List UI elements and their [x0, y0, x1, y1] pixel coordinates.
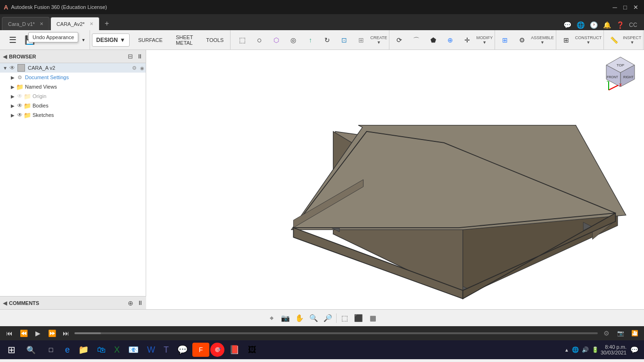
tab-comment-icon[interactable]: 💬: [562, 20, 572, 30]
tools-menu[interactable]: TOOLS: [201, 36, 228, 44]
tree-bodies-eye-icon[interactable]: 👁: [16, 102, 24, 109]
hamburger-menu-button[interactable]: ☰: [5, 32, 21, 48]
tree-named-views[interactable]: ▶ 📁 Named Views: [0, 82, 146, 91]
comments-back-icon[interactable]: ◀: [3, 300, 7, 306]
windows-start-button[interactable]: ⊞: [2, 341, 21, 358]
sheet-metal-menu[interactable]: SHEET METAL: [171, 33, 198, 47]
anim-camera1-button[interactable]: 📷: [615, 328, 626, 339]
taskbar-acrobat-app[interactable]: 📕: [225, 341, 243, 358]
redo-dropdown-button[interactable]: ▼: [80, 32, 87, 48]
tree-root-eye-icon[interactable]: 👁: [8, 64, 16, 72]
new-tab-button[interactable]: +: [100, 17, 114, 30]
tree-root-gear-icon[interactable]: ⚙: [131, 64, 138, 72]
modify-chamfer-button[interactable]: ⬟: [425, 32, 441, 48]
close-button[interactable]: ✕: [631, 2, 640, 12]
viewport-camera-button[interactable]: 📷: [280, 312, 292, 324]
anim-to-start-button[interactable]: ⏮: [4, 328, 15, 339]
tab-history-icon[interactable]: 🕐: [588, 20, 599, 30]
anim-camera2-button[interactable]: 🎦: [629, 328, 640, 339]
create-more-button[interactable]: ⊡: [336, 32, 352, 48]
assemble-new-comp-button[interactable]: ⊞: [497, 32, 513, 48]
animation-timeline[interactable]: [74, 332, 598, 334]
construct-dropdown-icon[interactable]: ▼: [586, 40, 591, 45]
tree-sketches-eye-icon[interactable]: 👁: [16, 111, 24, 119]
tree-sketches[interactable]: ▶ 👁 📁 Sketches: [0, 110, 146, 120]
create-extrude-button[interactable]: ↑: [302, 32, 318, 48]
inspect-dropdown-icon[interactable]: ▼: [630, 40, 634, 45]
systray-network-icon[interactable]: 🌐: [572, 346, 579, 353]
maximize-button[interactable]: □: [620, 2, 630, 12]
anim-prev-button[interactable]: ⏪: [18, 328, 29, 339]
create-loft-button[interactable]: ⊞: [353, 32, 369, 48]
animation-settings-button[interactable]: ⚙: [601, 328, 612, 339]
tab-cara-av2[interactable]: CARA_Av2* ✕: [50, 17, 99, 30]
viewport-display3-button[interactable]: ▦: [367, 312, 379, 324]
tree-doc-settings[interactable]: ▶ ⚙ Document Settings: [0, 73, 146, 82]
create-dropdown-icon[interactable]: ▼: [377, 40, 381, 45]
surface-menu[interactable]: SURFACE: [133, 36, 167, 44]
taskbar-fusion2-app[interactable]: 🎯: [210, 343, 224, 357]
browser-collapse-icon[interactable]: ⊟: [128, 53, 133, 60]
modify-move-button[interactable]: ✛: [459, 32, 475, 48]
assemble-dropdown-icon[interactable]: ▼: [540, 40, 545, 45]
view-cube[interactable]: TOP RIGHT FRONT X Z: [602, 55, 639, 92]
taskbar-fusion-app[interactable]: F: [192, 343, 209, 357]
taskbar-word-app[interactable]: W: [143, 341, 159, 358]
taskbar-photos-app[interactable]: 🖼: [244, 341, 260, 358]
viewport-origin-button[interactable]: ⌖: [265, 312, 278, 324]
systray-battery-icon[interactable]: 🔋: [592, 346, 599, 353]
taskbar-clock[interactable]: 8:40 p.m. 30/03/2021: [601, 344, 627, 355]
taskbar-outlook-app[interactable]: 📧: [124, 341, 142, 358]
modify-dropdown-icon[interactable]: ▼: [482, 40, 487, 45]
viewport[interactable]: TOP RIGHT FRONT X Z: [146, 50, 644, 309]
tab-user-icon[interactable]: CC: [628, 20, 638, 30]
tree-root-circle-icon[interactable]: ◉: [138, 64, 146, 72]
minimize-button[interactable]: ─: [610, 2, 619, 12]
modify-shell-button[interactable]: ⊕: [442, 32, 458, 48]
viewport-pan-button[interactable]: ✋: [294, 312, 306, 324]
viewport-display1-button[interactable]: ⬚: [339, 312, 351, 324]
tab-cara-d-close[interactable]: ✕: [40, 21, 43, 26]
systray-up-icon[interactable]: ▲: [564, 347, 569, 353]
tab-cara-d[interactable]: Cara_D v1* ✕: [2, 17, 50, 30]
taskbar-search-button[interactable]: 🔍: [22, 341, 41, 358]
viewport-display2-button[interactable]: ⬛: [353, 312, 365, 324]
create-sphere-button[interactable]: ⬡: [268, 32, 284, 48]
construct-midplane-button[interactable]: ⊞: [558, 32, 574, 48]
taskbar-teams2-app[interactable]: 💬: [173, 341, 191, 358]
modify-fillet-button[interactable]: ⌒: [408, 32, 424, 48]
taskbar-explorer-app[interactable]: 📁: [74, 341, 92, 358]
systray-sound-icon[interactable]: 🔊: [582, 346, 589, 353]
taskbar-edge-app[interactable]: e: [61, 341, 74, 358]
taskbar-store-app[interactable]: 🛍: [93, 341, 109, 358]
modify-press-pull-button[interactable]: ⟳: [391, 32, 407, 48]
taskbar-excel-app[interactable]: X: [110, 341, 124, 358]
tree-bodies[interactable]: ▶ 👁 📁 Bodies: [0, 101, 146, 110]
tab-notification-icon[interactable]: 🔔: [602, 20, 612, 30]
viewport-zoom-in-button[interactable]: 🔍: [308, 312, 320, 324]
create-box-button[interactable]: ⬚: [234, 32, 250, 48]
tab-globe-icon[interactable]: 🌐: [575, 20, 586, 30]
tab-help-icon[interactable]: ❓: [615, 20, 625, 30]
taskbar-teams-app[interactable]: T: [160, 341, 173, 358]
browser-back-icon[interactable]: ◀: [3, 53, 7, 60]
comments-add-icon[interactable]: ⊕: [128, 299, 133, 307]
anim-to-end-button[interactable]: ⏭: [60, 328, 72, 339]
tree-origin-eye-icon[interactable]: 👁: [16, 92, 24, 100]
viewport-zoom-out-button[interactable]: 🔎: [322, 312, 334, 324]
comments-sidebar-icon[interactable]: ⏸: [137, 299, 143, 306]
browser-sidebar-icon[interactable]: ⏸: [137, 53, 143, 60]
taskbar-taskview-button[interactable]: □: [41, 341, 60, 358]
anim-play-button[interactable]: ▶: [32, 328, 43, 339]
tree-root-item[interactable]: ▼ 👁 CARA_A v2 ⚙ ◉: [0, 63, 146, 73]
tab-cara-av2-close[interactable]: ✕: [90, 21, 93, 26]
tree-origin[interactable]: ▶ 👁 📁 Origin: [0, 91, 146, 101]
design-dropdown[interactable]: DESIGN ▼: [92, 33, 130, 47]
create-torus-button[interactable]: ◎: [285, 32, 301, 48]
anim-next-button[interactable]: ⏩: [46, 328, 58, 339]
inspect-measure-button[interactable]: 📏: [606, 32, 622, 48]
create-cylinder-button[interactable]: ○: [251, 32, 267, 48]
taskbar-notification-icon[interactable]: 💬: [630, 346, 638, 354]
assemble-joint-button[interactable]: ⚙: [514, 32, 530, 48]
create-revolve-button[interactable]: ↻: [319, 32, 335, 48]
